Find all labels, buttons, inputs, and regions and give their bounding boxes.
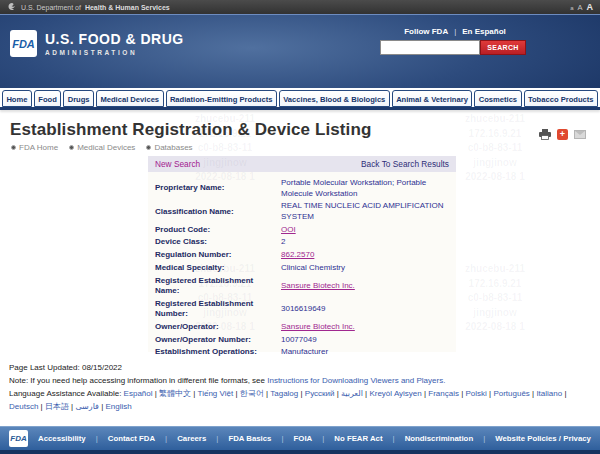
footer-link[interactable]: Nondiscrimination xyxy=(405,434,473,443)
field-value: REAL TIME NUCLEIC ACID AMPLIFICATION SYS… xyxy=(281,200,449,223)
language-link[interactable]: فارسی xyxy=(75,402,99,411)
viewers-players-link[interactable]: Instructions for Downloading Viewers and… xyxy=(267,376,445,385)
back-to-results-link[interactable]: Back To Search Results xyxy=(361,159,449,169)
field-value-link[interactable]: OOI xyxy=(281,225,296,234)
language-link[interactable]: Tagalog xyxy=(270,389,298,398)
breadcrumb-bullet-icon xyxy=(146,145,151,150)
footer-bar: FDA Accessibility|Contact FDA|Careers|FD… xyxy=(0,426,600,450)
language-link[interactable]: Italiano xyxy=(536,389,562,398)
page-action-icons: + xyxy=(539,129,586,140)
hhs-dept-name: Health & Human Services xyxy=(85,4,170,11)
footer-link[interactable]: Careers xyxy=(177,434,206,443)
footer-link[interactable]: No FEAR Act xyxy=(334,434,382,443)
language-link[interactable]: Polski xyxy=(466,389,487,398)
field-value: Sansure Biotech Inc. xyxy=(281,321,449,334)
email-icon[interactable] xyxy=(574,130,586,139)
language-link[interactable]: Deutsch xyxy=(9,402,38,411)
field-value-link[interactable]: Sansure Biotech Inc. xyxy=(281,322,355,331)
field-value: 2 xyxy=(281,236,449,249)
header-search-input[interactable] xyxy=(380,40,480,55)
language-link[interactable]: 日本語 xyxy=(45,402,69,411)
language-link[interactable]: English xyxy=(105,402,131,411)
breadcrumb: FDA HomeMedical DevicesDatabases xyxy=(11,143,600,152)
breadcrumb-bullet-icon xyxy=(11,145,16,150)
formats-note-text: Note: If you need help accessing informa… xyxy=(9,376,267,385)
table-row: Proprietary Name:Portable Molecular Work… xyxy=(155,177,449,200)
field-value-link[interactable]: 862.2570 xyxy=(281,250,314,259)
table-row: Regulation Number:862.2570 xyxy=(155,249,449,262)
nav-tab-home[interactable]: Home xyxy=(2,90,32,107)
header-search-button[interactable]: SEARCH xyxy=(480,40,526,55)
nav-tab-tobacco-products[interactable]: Tobacco Products xyxy=(524,90,598,107)
language-link[interactable]: Tiếng Việt xyxy=(198,389,234,398)
table-row: Product Code:OOI xyxy=(155,223,449,236)
field-label: Device Class: xyxy=(155,236,281,249)
field-value: Clinical Chemistry xyxy=(281,262,449,275)
nav-tab-medical-devices[interactable]: Medical Devices xyxy=(96,90,163,107)
footer-fda-logo[interactable]: FDA xyxy=(9,430,28,447)
text-size-medium-button[interactable]: A xyxy=(577,3,582,12)
language-link[interactable]: العربية xyxy=(341,389,363,398)
fda-subtitle: ADMINISTRATION xyxy=(45,49,184,56)
footer-link[interactable]: Website Policies / Privacy xyxy=(495,434,591,443)
text-size-small-button[interactable]: a xyxy=(570,5,573,11)
follow-fda-link[interactable]: Follow FDA xyxy=(404,27,448,36)
footer-link[interactable]: Contact FDA xyxy=(108,434,155,443)
new-search-link[interactable]: New Search xyxy=(155,159,200,169)
nav-tab-vaccines-blood-biologics[interactable]: Vaccines, Blood & Biologics xyxy=(279,90,390,107)
footer-links: Accessibility|Contact FDA|Careers|FDA Ba… xyxy=(38,434,591,443)
footer-link-separator: | xyxy=(483,434,485,443)
footer-link-separator: | xyxy=(281,434,283,443)
field-value: Sansure Biotech Inc. xyxy=(281,280,449,293)
language-link[interactable]: Français xyxy=(428,389,459,398)
breadcrumb-bullet-icon xyxy=(69,145,74,150)
nav-tab-food[interactable]: Food xyxy=(34,90,61,107)
field-label: Establishment Operations: xyxy=(155,346,281,359)
field-value: Portable Molecular Workstation; Portable… xyxy=(281,177,449,200)
breadcrumb-label: Databases xyxy=(154,143,192,152)
field-label: Medical Specialty: xyxy=(155,262,281,275)
language-link[interactable]: Português xyxy=(493,389,529,398)
language-link[interactable]: 한국어 xyxy=(240,389,264,398)
share-icon[interactable]: + xyxy=(557,129,568,140)
print-icon[interactable] xyxy=(539,129,551,140)
results-panel: New Search Back To Search Results Propri… xyxy=(148,156,456,352)
fda-logo[interactable]: FDA xyxy=(10,30,37,57)
language-link[interactable]: Español xyxy=(124,389,153,398)
language-assistance: Language Assistance Available: Español |… xyxy=(9,388,593,414)
breadcrumb-label: Medical Devices xyxy=(77,143,135,152)
footer-link[interactable]: Accessibility xyxy=(38,434,86,443)
nav-tab-radiation-emitting-products[interactable]: Radiation-Emitting Products xyxy=(166,90,277,107)
language-separator: | xyxy=(562,389,566,398)
language-link[interactable]: Русский xyxy=(305,389,335,398)
field-label: Product Code: xyxy=(155,223,281,236)
breadcrumb-item[interactable]: Databases xyxy=(146,143,192,152)
text-size-large-button[interactable]: A xyxy=(587,2,594,12)
table-row: Owner/Operator:Sansure Biotech Inc. xyxy=(155,321,449,334)
footer-link[interactable]: FOIA xyxy=(294,434,313,443)
fda-title: U.S. FOOD & DRUG xyxy=(45,31,184,47)
en-espanol-link[interactable]: En Español xyxy=(462,27,506,36)
breadcrumb-item[interactable]: FDA Home xyxy=(11,143,58,152)
nav-tab-cosmetics[interactable]: Cosmetics xyxy=(474,90,521,107)
results-toolbar: New Search Back To Search Results xyxy=(148,156,456,172)
footer-link[interactable]: FDA Basics xyxy=(228,434,271,443)
hhs-top-bar: U.S. Department of Health & Human Servic… xyxy=(0,0,600,14)
hhs-dept-prefix: U.S. Department of xyxy=(21,4,81,11)
page-title: Establishment Registration & Device List… xyxy=(10,120,600,140)
nav-tab-animal-veterinary[interactable]: Animal & Veterinary xyxy=(392,90,473,107)
breadcrumb-item[interactable]: Medical Devices xyxy=(69,143,135,152)
field-value-link[interactable]: Sansure Biotech Inc. xyxy=(281,281,355,290)
fda-brand[interactable]: FDA U.S. FOOD & DRUG ADMINISTRATION xyxy=(10,30,184,57)
language-link[interactable]: 繁體中文 xyxy=(159,389,191,398)
table-row: Establishment Operations:Manufacturer xyxy=(155,346,449,359)
field-value: 862.2570 xyxy=(281,249,449,262)
table-row: Device Class:2 xyxy=(155,236,449,249)
nav-tab-drugs[interactable]: Drugs xyxy=(63,90,94,107)
field-label: Owner/Operator: xyxy=(155,321,281,334)
fda-header: FDA U.S. FOOD & DRUG ADMINISTRATION Foll… xyxy=(0,14,600,88)
field-value: 10077049 xyxy=(281,333,449,346)
language-link[interactable]: Kreyòl Ayisyen xyxy=(369,389,421,398)
page-last-updated: Page Last Updated: 08/15/2022 xyxy=(9,362,593,375)
language-assistance-label: Language Assistance Available: xyxy=(9,389,124,398)
